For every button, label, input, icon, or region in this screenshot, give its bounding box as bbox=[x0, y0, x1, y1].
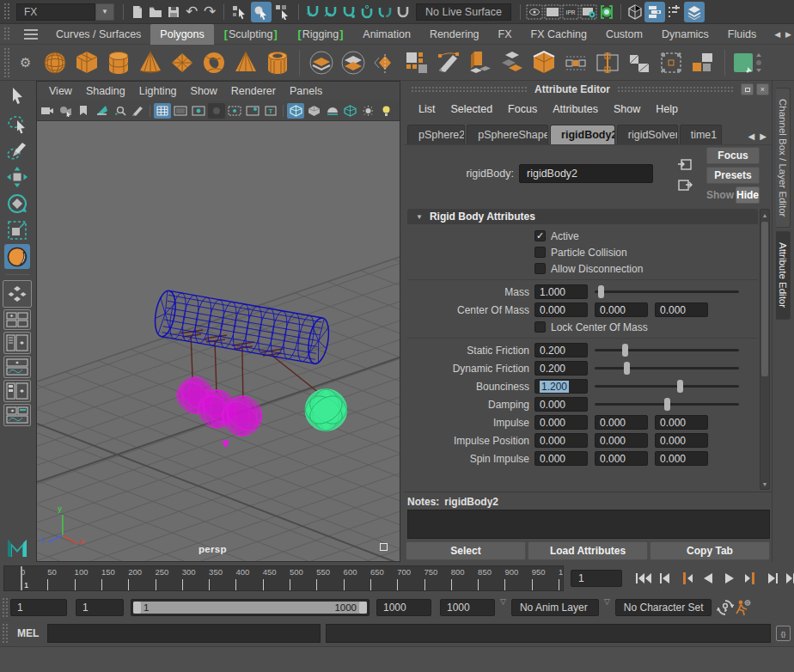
menu-set-value[interactable]: FX bbox=[16, 3, 95, 21]
paint-select-tool-icon[interactable] bbox=[4, 137, 30, 162]
step-forward-frame-button[interactable] bbox=[763, 570, 782, 587]
checkbox-allow-disconnection[interactable] bbox=[534, 263, 546, 274]
render-settings-icon[interactable] bbox=[580, 3, 597, 21]
value-field-impulse-position-2[interactable]: 0.000 bbox=[655, 433, 708, 448]
shelf-drag-handle[interactable] bbox=[3, 27, 10, 41]
auto-keyframe-icon[interactable] bbox=[717, 599, 734, 616]
rotate-tool-icon[interactable] bbox=[4, 191, 30, 216]
value-field-impulse-0[interactable]: 0.000 bbox=[534, 415, 588, 430]
layout-hypershade-persp-button[interactable] bbox=[3, 380, 31, 402]
time-slider[interactable]: 0501001502002503003504004505005506006507… bbox=[3, 565, 564, 591]
morph-icon[interactable] bbox=[498, 48, 527, 77]
viewport-menu-view[interactable]: View bbox=[42, 85, 79, 97]
shelf-tab-sculpting[interactable]: [Sculpting] bbox=[214, 24, 288, 45]
poly-cylinder-icon[interactable] bbox=[104, 48, 133, 77]
flat-lighting-icon[interactable] bbox=[323, 103, 340, 119]
range-slider-bar[interactable] bbox=[133, 602, 367, 614]
select-hierarchy-icon[interactable] bbox=[229, 2, 250, 22]
multi-cut-icon[interactable] bbox=[593, 48, 622, 77]
node-tab-rigidbody2[interactable]: rigidBody2 bbox=[550, 125, 615, 144]
ae-menu-focus[interactable]: Focus bbox=[500, 103, 545, 115]
animation-preferences-icon[interactable] bbox=[734, 599, 751, 616]
presets-button[interactable]: Presets bbox=[706, 167, 760, 184]
slider-mass[interactable] bbox=[595, 284, 739, 299]
range-slider-left-handle[interactable] bbox=[133, 602, 141, 614]
viewport-menu-lighting[interactable]: Lighting bbox=[132, 85, 184, 97]
shelf-tab-rendering[interactable]: Rendering bbox=[420, 24, 489, 45]
target-weld-icon[interactable] bbox=[688, 48, 718, 77]
current-frame-indicator[interactable] bbox=[21, 566, 22, 590]
camera-attributes-icon[interactable] bbox=[39, 103, 56, 119]
ae-menu-list[interactable]: List bbox=[411, 103, 443, 115]
step-forward-key-button[interactable] bbox=[742, 570, 760, 587]
slider-handle[interactable] bbox=[624, 362, 630, 375]
shelf-tab-fx[interactable]: FX bbox=[489, 24, 522, 45]
shelf-tab-custom[interactable]: Custom bbox=[596, 24, 652, 45]
shelf-tab-scroll-left-icon[interactable]: ◀ bbox=[774, 30, 780, 39]
film-gate-icon[interactable] bbox=[172, 103, 189, 119]
playback-speed-dropdown-icon[interactable]: ▽ bbox=[500, 595, 506, 606]
layout-four-pane-button[interactable] bbox=[3, 309, 31, 330]
value-field-damping[interactable]: 0.000 bbox=[534, 397, 588, 412]
gate-mask-icon[interactable] bbox=[208, 103, 225, 119]
separate-icon[interactable] bbox=[339, 48, 368, 77]
value-field-spin-impulse-2[interactable]: 0.000 bbox=[655, 451, 708, 466]
create-polygon-icon[interactable] bbox=[434, 48, 463, 77]
save-scene-icon[interactable] bbox=[165, 3, 182, 21]
value-field-center-of-mass-0[interactable]: 0.000 bbox=[534, 302, 588, 317]
shelf-tab-fx-caching[interactable]: FX Caching bbox=[522, 24, 596, 45]
focus-button[interactable]: Focus bbox=[706, 147, 760, 164]
ipr-render-icon[interactable]: IPR bbox=[562, 3, 579, 21]
shelf-green-item-icon[interactable] bbox=[732, 48, 761, 77]
use-all-lights-icon[interactable] bbox=[359, 103, 376, 119]
range-slider-right-handle[interactable] bbox=[359, 602, 367, 614]
green-sphere[interactable] bbox=[305, 389, 347, 431]
value-field-dynamic-friction[interactable]: 0.200 bbox=[534, 361, 588, 376]
grease-pencil-icon[interactable] bbox=[129, 103, 146, 119]
make-live-icon[interactable] bbox=[394, 3, 412, 21]
combine-icon[interactable] bbox=[307, 48, 336, 77]
select-object-icon[interactable] bbox=[251, 2, 272, 22]
step-back-frame-button[interactable] bbox=[656, 570, 675, 587]
input-connections-icon[interactable] bbox=[677, 157, 693, 171]
layout-outliner-persp-button[interactable] bbox=[3, 332, 31, 354]
rangerow-drag-handle[interactable] bbox=[2, 597, 9, 618]
textured-icon[interactable] bbox=[341, 103, 358, 119]
viewport-menu-panels[interactable]: Panels bbox=[283, 85, 329, 97]
shelf-menu-icon[interactable] bbox=[24, 29, 38, 40]
symmetry-icon[interactable] bbox=[657, 48, 686, 77]
ae-menu-show[interactable]: Show bbox=[606, 103, 648, 115]
vertical-scrollbar[interactable]: ▲ ▼ bbox=[760, 209, 770, 490]
poly-cube-icon[interactable] bbox=[72, 48, 101, 77]
commandline-drag-handle[interactable] bbox=[2, 623, 9, 644]
image-plane-icon[interactable] bbox=[93, 103, 110, 119]
step-back-key-button[interactable] bbox=[677, 570, 696, 587]
poly-cone-icon[interactable] bbox=[136, 48, 165, 77]
hide-button[interactable]: Hide bbox=[736, 186, 760, 204]
snap-to-point-icon[interactable] bbox=[340, 3, 357, 21]
tab-scroll-left-icon[interactable]: ◀ bbox=[748, 131, 755, 141]
float-panel-icon[interactable] bbox=[741, 83, 754, 95]
rigid-body-attributes-section-header[interactable]: ▼ Rigid Body Attributes bbox=[407, 209, 758, 224]
animation-start-field[interactable]: 1 bbox=[10, 599, 67, 616]
scroll-up-icon[interactable]: ▲ bbox=[760, 210, 769, 220]
slider-static-friction[interactable] bbox=[595, 343, 739, 357]
resolution-gate-icon[interactable] bbox=[190, 103, 207, 119]
attribute-editor-titlebar[interactable]: Attribute Editor × bbox=[404, 81, 772, 98]
snap-to-grid-icon[interactable] bbox=[304, 3, 321, 21]
viewport-menu-renderer[interactable]: Renderer bbox=[224, 85, 283, 97]
value-field-static-friction[interactable]: 0.200 bbox=[534, 343, 588, 357]
checkbox-lock-center-of-mass[interactable] bbox=[534, 321, 546, 333]
command-language-label[interactable]: MEL bbox=[17, 627, 39, 639]
lasso-tool-icon[interactable] bbox=[4, 111, 30, 136]
layout-single-pane-button[interactable] bbox=[3, 280, 32, 308]
value-field-spin-impulse-0[interactable]: 0.000 bbox=[534, 451, 588, 466]
render-current-frame-icon[interactable] bbox=[544, 3, 561, 21]
go-to-start-button[interactable] bbox=[634, 570, 653, 587]
poly-sphere-icon[interactable] bbox=[40, 48, 70, 77]
value-field-center-of-mass-1[interactable]: 0.000 bbox=[595, 302, 648, 317]
shelf-tab-dynamics[interactable]: Dynamics bbox=[652, 24, 718, 45]
node-tab-psphereshape2[interactable]: pSphereShape2 bbox=[467, 125, 548, 144]
snap-to-curve-icon[interactable] bbox=[322, 3, 339, 21]
value-field-mass[interactable]: 1.000 bbox=[534, 284, 588, 299]
